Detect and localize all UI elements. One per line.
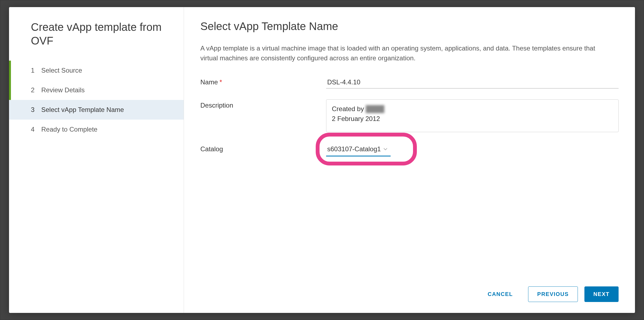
label-text: Name bbox=[200, 78, 218, 86]
wizard-step-select-template-name[interactable]: 3 Select vApp Template Name bbox=[9, 100, 184, 120]
catalog-label: Catalog bbox=[200, 143, 326, 153]
wizard-modal: Create vApp template from OVF 1 Select S… bbox=[9, 7, 635, 313]
step-number: 4 bbox=[31, 126, 36, 133]
modal-overlay: Create vApp template from OVF 1 Select S… bbox=[0, 0, 644, 320]
next-button[interactable]: Next bbox=[584, 286, 619, 302]
step-number: 2 bbox=[31, 86, 36, 94]
description-redacted-name: ████ bbox=[366, 104, 384, 114]
form-row-catalog: Catalog s603107-Catalog1 bbox=[200, 143, 619, 156]
step-label: Select Source bbox=[41, 67, 82, 74]
description-line-1-prefix: Created by bbox=[332, 105, 366, 112]
description-label: Description bbox=[200, 99, 326, 109]
step-label: Select vApp Template Name bbox=[41, 106, 124, 114]
form-row-description: Description Created by ████ 2 February 2… bbox=[200, 99, 619, 132]
catalog-selected-value: s603107-Catalog1 bbox=[327, 145, 381, 153]
wizard-step-list: 1 Select Source 2 Review Details 3 Selec… bbox=[9, 61, 184, 139]
cancel-button[interactable]: Cancel bbox=[479, 287, 522, 302]
wizard-sidebar: Create vApp template from OVF 1 Select S… bbox=[9, 7, 184, 313]
wizard-step-ready-to-complete[interactable]: 4 Ready to Complete bbox=[9, 120, 184, 139]
description-textarea[interactable]: Created by ████ 2 February 2012 bbox=[326, 99, 619, 132]
step-number: 3 bbox=[31, 106, 36, 114]
form-row-name: Name* bbox=[200, 76, 619, 88]
name-label: Name* bbox=[200, 76, 326, 86]
wizard-title: Create vApp template from OVF bbox=[9, 20, 184, 61]
step-number: 1 bbox=[31, 67, 36, 74]
catalog-select-wrap: s603107-Catalog1 bbox=[326, 143, 391, 156]
step-label: Review Details bbox=[41, 86, 85, 94]
panel-title: Select vApp Template Name bbox=[200, 20, 619, 32]
previous-button[interactable]: Previous bbox=[528, 286, 578, 302]
catalog-select[interactable]: s603107-Catalog1 bbox=[326, 143, 391, 156]
required-indicator: * bbox=[219, 78, 222, 86]
wizard-step-review-details[interactable]: 2 Review Details bbox=[9, 80, 184, 100]
wizard-main-panel: Select vApp Template Name A vApp templat… bbox=[184, 7, 635, 313]
chevron-down-icon bbox=[384, 147, 387, 152]
name-input[interactable] bbox=[326, 76, 619, 88]
panel-description: A vApp template is a virtual machine ima… bbox=[200, 43, 610, 63]
step-label: Ready to Complete bbox=[41, 126, 97, 133]
description-line-2: 2 February 2012 bbox=[332, 114, 613, 124]
wizard-footer: Cancel Previous Next bbox=[200, 286, 619, 302]
wizard-step-select-source[interactable]: 1 Select Source bbox=[9, 61, 184, 80]
